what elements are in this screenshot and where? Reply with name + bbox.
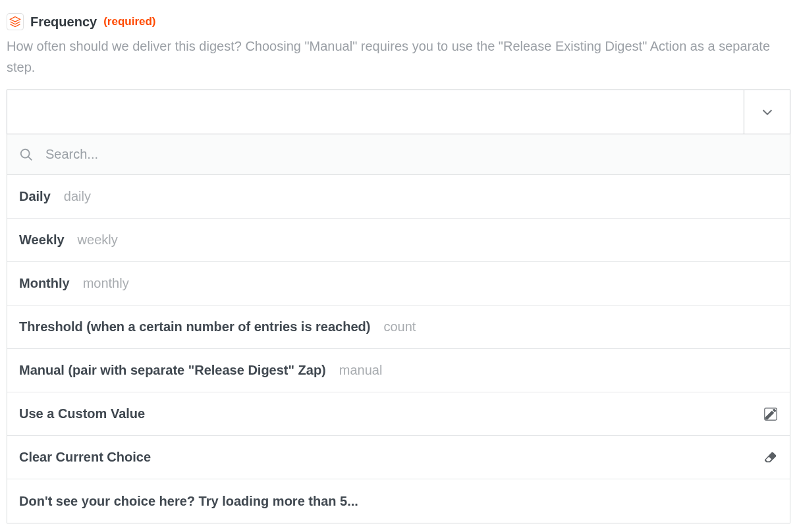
dropdown-action-custom-value[interactable]: Use a Custom Value <box>7 392 790 436</box>
option-value: count <box>383 319 416 334</box>
search-icon <box>19 147 34 162</box>
option-value: monthly <box>83 276 129 291</box>
dropdown-option-weekly[interactable]: Weekly weekly <box>7 219 790 262</box>
field-header: Frequency (required) <box>7 7 790 30</box>
dropdown-option-threshold[interactable]: Threshold (when a certain number of entr… <box>7 306 790 349</box>
dropdown-option-daily[interactable]: Daily daily <box>7 175 790 219</box>
option-label: Monthly <box>19 276 70 291</box>
dropdown-toggle[interactable] <box>744 90 790 134</box>
dropdown-action-clear-choice[interactable]: Clear Current Choice <box>7 436 790 479</box>
eraser-icon <box>763 450 778 465</box>
option-label: Weekly <box>19 232 65 248</box>
app-icon <box>7 13 24 30</box>
field-description: How often should we deliver this digest?… <box>7 36 790 78</box>
option-value: daily <box>64 189 91 204</box>
dropdown-action-load-more[interactable]: Don't see your choice here? Try loading … <box>7 479 790 523</box>
dropdown-search-input[interactable] <box>45 147 778 162</box>
option-label: Use a Custom Value <box>19 406 145 421</box>
option-label: Manual (pair with separate "Release Dige… <box>19 363 326 378</box>
field-title: Frequency <box>30 14 97 30</box>
edit-icon <box>763 407 778 421</box>
option-label: Daily <box>19 189 51 204</box>
required-tag: (required) <box>103 15 155 28</box>
dropdown-selected-value[interactable] <box>7 90 744 134</box>
chevron-down-icon <box>760 105 775 119</box>
option-value: manual <box>339 363 383 378</box>
option-label: Don't see your choice here? Try loading … <box>19 494 358 509</box>
option-label: Threshold (when a certain number of entr… <box>19 319 370 334</box>
dropdown-panel: Daily daily Weekly weekly Monthly monthl… <box>7 134 790 523</box>
stack-icon <box>9 16 21 28</box>
dropdown-option-manual[interactable]: Manual (pair with separate "Release Dige… <box>7 349 790 392</box>
option-label: Clear Current Choice <box>19 450 151 465</box>
dropdown-search-row <box>7 134 790 175</box>
frequency-dropdown[interactable] <box>7 90 790 134</box>
dropdown-option-monthly[interactable]: Monthly monthly <box>7 262 790 306</box>
option-value: weekly <box>78 232 118 248</box>
